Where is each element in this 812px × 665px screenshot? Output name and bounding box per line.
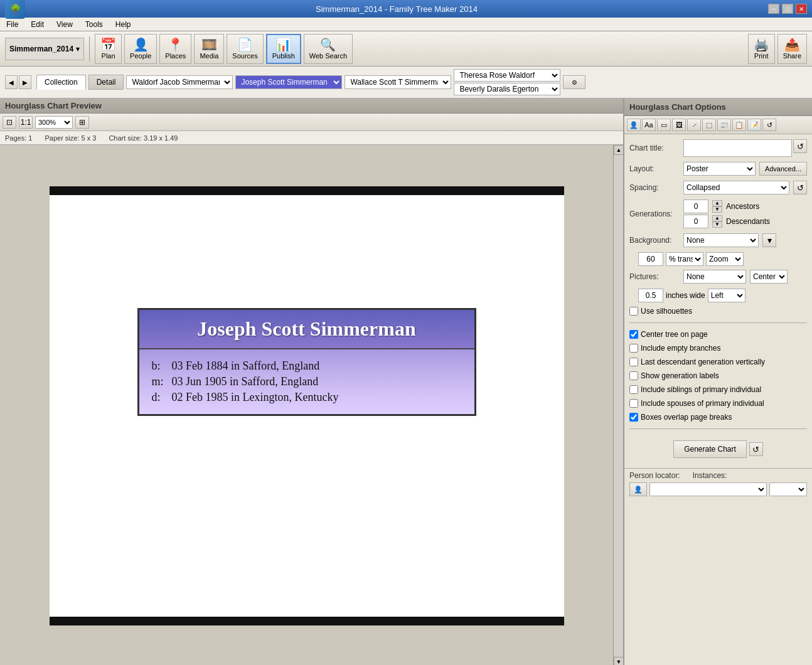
close-button[interactable]: ✕ [796,4,807,14]
opt-refresh-btn[interactable]: ↺ [762,119,776,131]
layout-select[interactable]: Poster [683,162,756,176]
app-dropdown[interactable]: Simmerman_2014 ▾ [5,38,84,60]
death-row: d: 02 Feb 1985 in Lexington, Kentucky [152,391,462,404]
background-select[interactable]: None [683,233,759,247]
person-dropdown-5[interactable]: Beverly Daralis Egerton [454,83,560,95]
options-divider-1 [629,322,807,323]
preview-scroll-area: Joseph Scott Simmerman b: 03 Feb 1884 in… [0,145,623,665]
people-button[interactable]: 👤 People [124,34,157,64]
nav-back-button[interactable]: ◀ [5,75,18,89]
view-options-button[interactable]: ⚙ [563,75,585,89]
collection-tab[interactable]: Collection [36,75,86,90]
window-controls: ─ □ ✕ [768,4,807,14]
include-siblings-checkbox[interactable] [629,385,638,394]
pos-select[interactable]: Left [708,289,745,302]
preview-canvas[interactable]: Joseph Scott Simmerman b: 03 Feb 1884 in… [0,145,613,665]
background-label: Background: [629,236,680,245]
generate-chart-button[interactable]: Generate Chart [673,440,747,458]
opt-border-btn[interactable]: ⬚ [702,119,716,131]
sources-button[interactable]: 📄 Sources [227,34,263,64]
places-button[interactable]: 📍 Places [159,34,191,64]
silhouettes-checkbox[interactable] [629,307,638,316]
window-title: Simmerman_2014 - Family Tree Maker 2014 [25,4,768,14]
ancestors-down-btn[interactable]: ▼ [712,206,722,213]
scroll-track-v[interactable] [614,155,623,657]
print-button[interactable]: 🖨️ Print [748,34,775,64]
spacing-label: Spacing: [629,183,680,192]
person-dropdown-4[interactable]: Theresa Rose Waldorf [454,69,560,82]
opt-facts-btn[interactable]: 📝 [747,119,761,131]
menu-file[interactable]: File [3,19,22,30]
advanced-button[interactable]: Advanced... [759,162,807,176]
descendants-input[interactable] [683,215,708,228]
transparent-input[interactable] [638,252,663,266]
spacing-row: Spacing: Collapsed ↺ [629,181,807,194]
plan-button[interactable]: 📅 Plan [95,34,122,64]
opt-footer-btn[interactable]: 📋 [732,119,746,131]
instances-select[interactable] [769,482,807,496]
person-dropdown-1[interactable]: Waldorf Jacob Simmerman [126,75,233,89]
include-spouses-label: Include spouses of primary individual [641,399,764,408]
layout-row: Layout: Poster Advanced... [629,162,807,176]
show-gen-labels-checkbox[interactable] [629,371,638,380]
generate-refresh-btn[interactable]: ↺ [749,442,763,456]
preview-actual-button[interactable]: 1:1 [19,116,33,129]
include-siblings-row: Include siblings of primary individual [629,385,807,394]
boxes-overlap-checkbox[interactable] [629,413,638,422]
include-spouses-checkbox[interactable] [629,399,638,408]
share-button[interactable]: 📤 Share [777,34,807,64]
last-descendant-checkbox[interactable] [629,358,638,366]
menu-help[interactable]: Help [112,19,135,30]
person-box: Joseph Scott Simmerman b: 03 Feb 1884 in… [137,308,476,416]
background-expand-btn[interactable]: ▾ [762,233,776,247]
descendants-up-btn[interactable]: ▲ [712,215,722,221]
center-tree-checkbox[interactable] [629,330,638,339]
ancestors-input[interactable] [683,200,708,213]
zoom-select-bg[interactable]: Zoom [706,252,744,266]
descendants-down-btn[interactable]: ▼ [712,221,722,228]
detail-tab[interactable]: Detail [88,75,124,90]
opt-person-icon-btn[interactable]: 👤 [627,119,641,131]
person-dropdown-2[interactable]: Joseph Scott Simmerman [235,75,342,89]
opt-bg-btn[interactable]: 🖼 [672,119,686,131]
minimize-button[interactable]: ─ [768,4,779,14]
spacing-select[interactable]: Collapsed [683,181,789,194]
people-label: People [130,52,151,60]
nav-forward-button[interactable]: ▶ [19,75,31,89]
publish-icon: 📊 [275,38,291,51]
pictures-pos-select[interactable]: Center [750,270,788,284]
preview-grid-button[interactable]: ⊞ [75,116,89,129]
scroll-up-button[interactable]: ▲ [614,145,623,155]
inches-label: inches wide [666,291,705,300]
websearch-button[interactable]: 🔍 Web Search [304,34,353,64]
maximize-button[interactable]: □ [782,4,793,14]
menu-view[interactable]: View [53,19,77,30]
chart-top-bar [50,186,564,195]
ancestors-up-btn[interactable]: ▲ [712,200,722,206]
chart-title-refresh-btn[interactable]: ↺ [793,139,807,153]
generations-group: ▲ ▼ Ancestors ▲ ▼ Descendants [683,200,770,228]
locator-icon-button[interactable]: 👤 [629,482,647,496]
scroll-down-button[interactable]: ▼ [614,657,623,665]
inches-row: inches wide Left [638,289,807,302]
menu-tools[interactable]: Tools [82,19,107,30]
chart-title-input[interactable] [683,139,792,157]
plan-icon: 📅 [100,38,116,51]
opt-header-btn[interactable]: 📰 [717,119,731,131]
preview-fit-button[interactable]: ⊡ [3,116,16,129]
locator-select[interactable] [649,482,767,496]
publish-button[interactable]: 📊 Publish [266,34,301,64]
menu-edit[interactable]: Edit [27,19,48,30]
vertical-scrollbar[interactable]: ▲ ▼ [613,145,623,665]
pictures-select[interactable]: None [683,270,746,284]
inches-input[interactable] [638,289,663,302]
opt-box-btn[interactable]: ▭ [657,119,671,131]
opt-font-btn[interactable]: Aa [642,119,656,131]
opt-lines-btn[interactable]: ⟋ [687,119,701,131]
spacing-refresh-btn[interactable]: ↺ [793,181,807,194]
person-dropdown-3[interactable]: Wallace Scott T Simmerman [345,75,451,89]
empty-branches-checkbox[interactable] [629,344,638,353]
transparent-label-select[interactable]: % transparent [666,252,703,266]
media-button[interactable]: 🎞️ Media [194,34,224,64]
zoom-select[interactable]: 300% [35,116,73,129]
